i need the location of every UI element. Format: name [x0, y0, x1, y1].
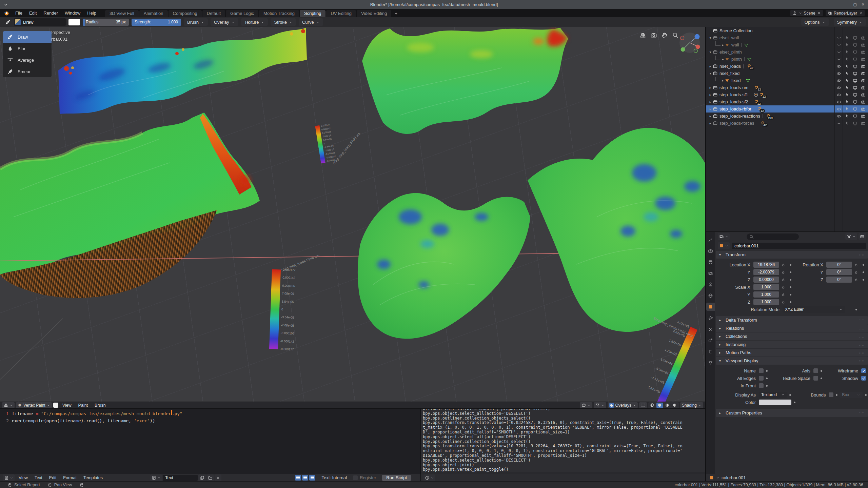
outliner-row-step-loads-rbfor[interactable]: ▸step_loads-rbfor12	[706, 105, 868, 113]
outliner-row-step-loads-um[interactable]: ▸step_loads-um12	[706, 84, 868, 91]
animate-dot[interactable]	[863, 271, 864, 273]
editor-type-selector[interactable]	[3, 474, 15, 481]
selectable-toggle[interactable]	[843, 121, 851, 125]
mode-selector[interactable]: Vertex Paint	[16, 402, 52, 408]
selectable-toggle[interactable]	[843, 71, 851, 76]
properties-tab-view-layer[interactable]	[706, 269, 715, 277]
render-disable-toggle[interactable]	[859, 50, 867, 55]
viewport-disable-toggle[interactable]	[851, 93, 859, 97]
register-checkbox[interactable]: Register	[353, 475, 376, 480]
log-line[interactable]: bpy.ops.object.select_all(action='DESELE…	[421, 458, 705, 463]
lock-toggle[interactable]	[852, 270, 860, 274]
lock-toggle[interactable]	[779, 285, 787, 289]
drag-handle[interactable]: ::::	[859, 327, 865, 330]
selectable-toggle[interactable]	[843, 100, 851, 104]
log-line[interactable]: DISABLED', proportional_edit_falloff='SM…	[421, 453, 705, 458]
selectable-toggle[interactable]	[843, 64, 851, 68]
close-button[interactable]: ✕	[862, 2, 865, 7]
shading-solid-button[interactable]	[656, 403, 663, 408]
properties-tab-render[interactable]	[706, 247, 715, 255]
lock-toggle[interactable]	[779, 263, 787, 267]
panel-header-instancing[interactable]: ▸Instancing::::	[716, 341, 868, 348]
render-disable-toggle[interactable]	[859, 43, 867, 47]
collections-visibility-popover[interactable]	[580, 402, 592, 408]
tool-blur[interactable]: Blur	[3, 43, 52, 54]
hide-eye-toggle[interactable]	[835, 107, 843, 111]
disclosure[interactable]: ▾	[708, 36, 713, 40]
bounds-type-dropdown[interactable]: Box	[840, 392, 863, 398]
render-disable-toggle[interactable]	[859, 107, 867, 111]
hide-eye-toggle-closed[interactable]	[835, 121, 843, 126]
render-disable-toggle[interactable]	[859, 100, 867, 104]
menu-render[interactable]: Render	[40, 11, 61, 16]
outliner-row-elset-wall[interactable]: ▾elset_wall	[706, 34, 868, 41]
scene-selector[interactable]: Scene	[790, 10, 823, 16]
selectable-toggle[interactable]	[843, 85, 851, 90]
number-field[interactable]: 0°	[826, 269, 852, 275]
checkbox-wireframe[interactable]	[861, 368, 866, 373]
properties-tab-scene[interactable]	[706, 280, 715, 288]
outliner-row-nset-fixed[interactable]: ▾nset_fixed	[706, 70, 868, 77]
properties-tab-world[interactable]	[706, 291, 715, 300]
text-editor[interactable]: 1filename = "C:/compas/compas_fea/exampl…	[0, 408, 420, 481]
selectable-toggle[interactable]	[843, 57, 851, 61]
overlays-popover[interactable]: Overlays	[608, 402, 638, 408]
checkbox-all-edges[interactable]	[759, 376, 764, 381]
panel-header-delta-transform[interactable]: ▸Delta Transform::::	[716, 316, 868, 324]
line-numbers-toggle[interactable]	[295, 475, 301, 481]
viewport-disable-toggle[interactable]	[851, 71, 859, 76]
options-popover[interactable]: Options	[801, 18, 829, 26]
panel-header-custom-properties[interactable]: ▸Custom Properties::::	[716, 409, 868, 417]
editor-type-selector[interactable]	[423, 474, 435, 481]
tool-smear[interactable]: Smear	[3, 66, 52, 77]
number-field[interactable]: 1.000	[753, 299, 779, 305]
properties-tab-constraints[interactable]	[706, 347, 715, 355]
number-field[interactable]: 19.18736	[753, 262, 779, 268]
tool-average[interactable]: Average	[3, 54, 52, 66]
shading-wireframe-button[interactable]	[649, 403, 656, 408]
properties-tab-particles[interactable]	[706, 325, 715, 333]
outliner-row-fixed[interactable]: ▸fixed	[706, 77, 868, 84]
viewport-menu-view[interactable]: View	[60, 403, 74, 408]
number-field[interactable]: -2.00079	[753, 269, 779, 275]
panel-header-motion-paths[interactable]: ▸Motion Paths::::	[716, 349, 868, 357]
info-log[interactable]: ortional_edit_falloff='SMOOTH', proporti…	[420, 408, 705, 481]
disclosure[interactable]: ▸	[708, 86, 713, 89]
minimize-button[interactable]: –	[846, 2, 848, 7]
view-layer-selector[interactable]: RenderLayer	[826, 10, 865, 16]
render-disable-toggle[interactable]	[859, 121, 867, 126]
render-disable-toggle[interactable]	[859, 93, 867, 97]
disclosure[interactable]: ▸	[708, 93, 713, 97]
hide-eye-toggle[interactable]	[835, 114, 843, 119]
blender-logo-icon[interactable]	[3, 10, 9, 16]
selectable-toggle[interactable]	[843, 114, 851, 118]
render-disable-toggle[interactable]	[859, 78, 867, 83]
number-field[interactable]: 1.000	[753, 284, 779, 290]
viewport-disable-toggle[interactable]	[851, 114, 859, 119]
radius-slider[interactable]: Radius:35 px	[83, 19, 129, 26]
text-datablock-selector[interactable]	[150, 474, 162, 481]
text-menu-text[interactable]: Text	[32, 475, 45, 480]
properties-filter-popover[interactable]	[845, 233, 857, 240]
lock-toggle[interactable]	[779, 292, 787, 297]
viewport-disable-toggle[interactable]	[851, 100, 859, 104]
object-color-swatch[interactable]	[759, 400, 791, 405]
viewport-disable-toggle[interactable]	[851, 107, 859, 111]
add-workspace-button[interactable]: +	[392, 10, 400, 17]
log-line[interactable]: bpy.ops.object.join()	[421, 463, 705, 468]
viewport-disable-toggle[interactable]	[851, 36, 859, 40]
outliner-row-plinth[interactable]: ▸plinth	[706, 56, 868, 63]
disclosure[interactable]: ▾	[708, 50, 713, 54]
workspace-tab-motion-tracking[interactable]: Motion Tracking	[259, 10, 299, 17]
selectable-toggle[interactable]	[843, 107, 851, 111]
open-text-button[interactable]	[206, 474, 214, 481]
disclosure[interactable]: ▸	[708, 107, 713, 111]
log-line[interactable]: bpy.ops.object.select_all(action='DESELE…	[421, 435, 705, 440]
filter-popover[interactable]	[594, 402, 606, 408]
rotation-mode-dropdown[interactable]: XYZ Euler	[783, 306, 845, 313]
3d-viewport[interactable]: User Perspective (2) colorbar.001 DrawBl…	[0, 27, 705, 408]
properties-tab-physics[interactable]	[706, 336, 715, 344]
log-line[interactable]: nstraint_matrix=(1, 0, 0, 0, 1, 0, 0, 0,…	[421, 449, 705, 453]
stroke-popover[interactable]: Stroke	[271, 18, 296, 26]
number-field[interactable]: 1.000	[753, 291, 779, 298]
